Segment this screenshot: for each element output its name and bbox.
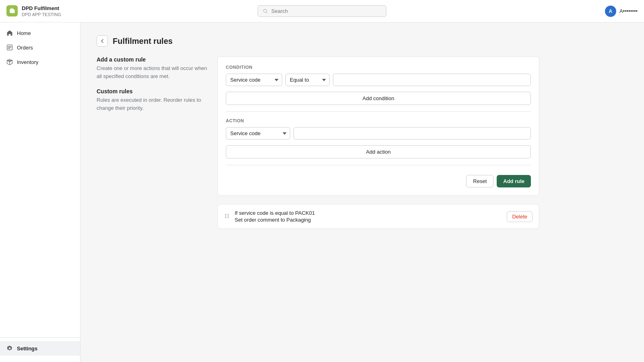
drag-handle-icon[interactable] xyxy=(224,213,230,220)
delete-rule-button[interactable]: Delete xyxy=(507,211,533,222)
add-rule-title: Add a custom rule xyxy=(97,56,209,63)
add-rule-info: Add a custom rule Create one or more act… xyxy=(97,56,209,80)
bottom-divider xyxy=(226,165,531,165)
sidebar: Home Orders Inventory xyxy=(0,23,80,362)
svg-point-2 xyxy=(225,215,226,216)
svg-point-4 xyxy=(228,214,229,214)
add-rule-button[interactable]: Add rule xyxy=(497,175,531,187)
section-divider xyxy=(226,111,531,112)
svg-point-1 xyxy=(225,214,226,214)
app-info: DPD Fulfilment DPD APP TESTING xyxy=(22,5,61,17)
back-button[interactable] xyxy=(97,35,108,47)
reset-button[interactable]: Reset xyxy=(466,175,493,187)
rule-text: If service code is equal to PACK01 Set o… xyxy=(235,210,502,223)
right-col: CONDITION Service code Order total Weigh… xyxy=(217,56,539,229)
condition-value-input[interactable] xyxy=(333,74,531,86)
topbar-right: A A•••••••• xyxy=(605,6,638,17)
avatar: A xyxy=(605,6,616,17)
custom-rules-desc: Rules are executed in order. Reorder rul… xyxy=(97,96,209,112)
inventory-icon xyxy=(6,59,13,65)
condition-label: CONDITION xyxy=(226,65,531,70)
rules-list: If service code is equal to PACK01 Set o… xyxy=(217,204,539,229)
rule-action: Set order comment to Packaging xyxy=(235,217,502,223)
sidebar-item-orders[interactable]: Orders xyxy=(0,40,80,55)
add-rule-desc: Create one or more actions that will occ… xyxy=(97,64,209,80)
sidebar-nav: Home Orders Inventory xyxy=(0,26,80,69)
sidebar-item-home[interactable]: Home xyxy=(0,26,80,40)
topbar-left: DPD Fulfilment DPD APP TESTING xyxy=(6,5,61,17)
action-fields-row: Service code Order comment Warehouse Pac… xyxy=(226,127,531,140)
home-icon xyxy=(6,30,13,36)
action-label: ACTION xyxy=(226,118,531,123)
account-name: A•••••••• xyxy=(619,8,638,14)
condition-fields-row: Service code Order total Weight Country … xyxy=(226,74,531,86)
custom-rules-info: Custom rules Rules are executed in order… xyxy=(97,88,209,112)
add-condition-button[interactable]: Add condition xyxy=(226,92,531,105)
condition-section: CONDITION Service code Order total Weigh… xyxy=(226,65,531,105)
sidebar-item-inventory[interactable]: Inventory xyxy=(0,55,80,69)
sidebar-label-settings: Settings xyxy=(17,346,37,352)
condition-field2-select[interactable]: Equal to Not equal to Contains Greater t… xyxy=(285,74,330,86)
action-value-input[interactable] xyxy=(293,127,531,140)
settings-icon xyxy=(6,345,13,352)
svg-point-5 xyxy=(228,215,229,216)
layout: Home Orders Inventory xyxy=(0,23,644,362)
sidebar-bottom: Settings xyxy=(0,337,80,359)
sidebar-item-settings[interactable]: Settings xyxy=(0,341,80,356)
topbar: DPD Fulfilment DPD APP TESTING A A••••••… xyxy=(0,0,644,23)
add-action-button[interactable]: Add action xyxy=(226,145,531,158)
search-bar[interactable] xyxy=(258,5,386,17)
rule-item: If service code is equal to PACK01 Set o… xyxy=(217,204,539,229)
svg-point-6 xyxy=(228,217,229,218)
content-grid: Add a custom rule Create one or more act… xyxy=(97,56,539,229)
shopify-icon xyxy=(6,5,18,16)
sidebar-label-orders: Orders xyxy=(17,45,33,51)
rule-condition: If service code is equal to PACK01 xyxy=(235,210,502,216)
orders-icon xyxy=(6,44,13,51)
page-title: Fulfilment rules xyxy=(113,37,173,46)
main-content: Fulfilment rules Add a custom rule Creat… xyxy=(80,23,644,362)
condition-field1-select[interactable]: Service code Order total Weight Country xyxy=(226,74,282,86)
bottom-actions: Reset Add rule xyxy=(226,172,531,187)
app-subtitle: DPD APP TESTING xyxy=(22,12,61,17)
action-section: ACTION Service code Order comment Wareho… xyxy=(226,118,531,158)
page-header: Fulfilment rules xyxy=(97,35,628,47)
custom-rules-title: Custom rules xyxy=(97,88,209,95)
search-icon xyxy=(263,8,268,14)
svg-point-3 xyxy=(225,217,226,218)
sidebar-label-inventory: Inventory xyxy=(17,59,38,65)
app-title: DPD Fulfilment xyxy=(22,5,61,12)
left-col: Add a custom rule Create one or more act… xyxy=(97,56,209,112)
search-input[interactable] xyxy=(271,8,381,14)
add-rule-card: CONDITION Service code Order total Weigh… xyxy=(217,56,539,196)
sidebar-label-home: Home xyxy=(17,30,31,36)
action-field1-select[interactable]: Service code Order comment Warehouse Pac… xyxy=(226,127,290,140)
